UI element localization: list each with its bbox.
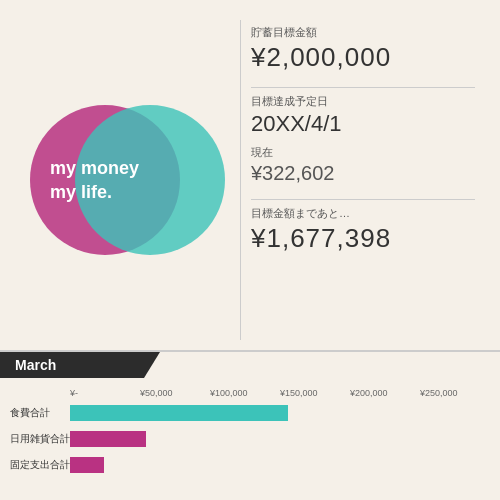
- table-row: 食費合計: [10, 402, 490, 424]
- target-date-block: 目標達成予定日 20XX/4/1: [251, 94, 475, 137]
- savings-goal-label: 貯蓄目標金額: [251, 25, 475, 40]
- axis-label-0: ¥-: [70, 388, 140, 398]
- bar-container-1: [70, 428, 490, 450]
- circle-label-line1: my money: [50, 158, 139, 178]
- target-date-label: 目標達成予定日: [251, 94, 475, 109]
- circle-label-line2: my life.: [50, 182, 112, 202]
- remaining-block: 目標金額まであと… ¥1,677,398: [251, 206, 475, 254]
- remaining-label: 目標金額まであと…: [251, 206, 475, 221]
- row-label-1: 日用雑貨合計: [10, 432, 70, 446]
- chart-rows: 食費合計 日用雑貨合計 固定支出合計: [10, 402, 490, 476]
- bar-0: [70, 405, 288, 421]
- chart-month-header: March: [0, 352, 160, 378]
- bar-container-0: [70, 402, 490, 424]
- target-date-value: 20XX/4/1: [251, 111, 475, 137]
- axis-label-3: ¥150,000: [280, 388, 350, 398]
- chart-axis-labels: ¥- ¥50,000 ¥100,000 ¥150,000 ¥200,000 ¥2…: [70, 388, 490, 398]
- table-row: 固定支出合計: [10, 454, 490, 476]
- table-row: 日用雑貨合計: [10, 428, 490, 450]
- axis-label-5: ¥250,000: [420, 388, 490, 398]
- bar-1: [70, 431, 146, 447]
- savings-goal-block: 貯蓄目標金額 ¥2,000,000: [251, 25, 475, 73]
- chart-area: ¥- ¥50,000 ¥100,000 ¥150,000 ¥200,000 ¥2…: [0, 383, 500, 486]
- axis-label-4: ¥200,000: [350, 388, 420, 398]
- current-label: 現在: [251, 145, 475, 160]
- top-section: my money my life. 貯蓄目標金額 ¥2,000,000 目標達成…: [0, 0, 500, 350]
- bar-2: [70, 457, 104, 473]
- row-label-2: 固定支出合計: [10, 458, 70, 472]
- divider-2: [251, 199, 475, 200]
- row-label-0: 食費合計: [10, 406, 70, 420]
- bottom-section: March ¥- ¥50,000 ¥100,000 ¥150,000 ¥200,…: [0, 350, 500, 486]
- current-value: ¥322,602: [251, 162, 475, 185]
- remaining-value: ¥1,677,398: [251, 223, 475, 254]
- circle-label: my money my life.: [40, 156, 139, 205]
- axis-label-2: ¥100,000: [210, 388, 280, 398]
- chart-month-label: March: [15, 357, 56, 373]
- savings-goal-value: ¥2,000,000: [251, 42, 475, 73]
- circles-container: my money my life.: [10, 20, 240, 340]
- stats-container: 貯蓄目標金額 ¥2,000,000 目標達成予定日 20XX/4/1 現在 ¥3…: [240, 20, 490, 340]
- bar-container-2: [70, 454, 490, 476]
- axis-label-1: ¥50,000: [140, 388, 210, 398]
- current-block: 現在 ¥322,602: [251, 145, 475, 185]
- divider-1: [251, 87, 475, 88]
